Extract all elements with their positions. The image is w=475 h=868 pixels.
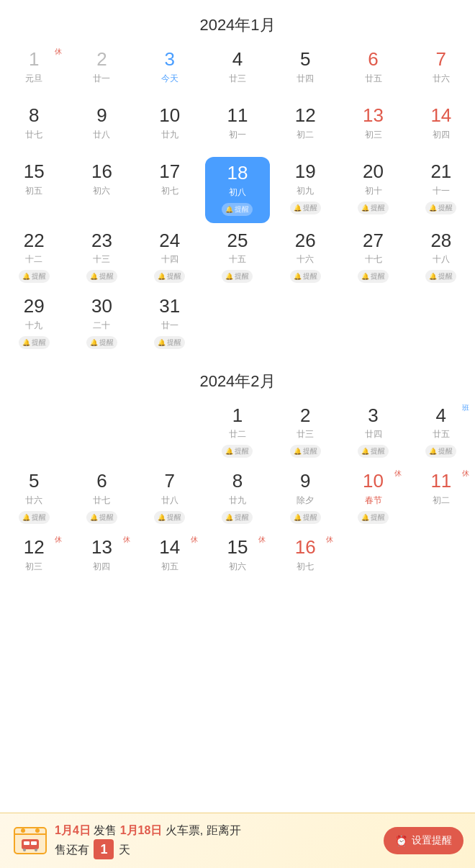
day-cell[interactable]: 31廿一🔔提醒 — [136, 290, 204, 356]
day-cell[interactable]: 25十五🔔提醒 — [204, 225, 271, 291]
jan-grid: 休1元旦2廿一3今天4廿三5廿四6廿五7廿六8廿七9廿八10廿九11初一12初二… — [0, 43, 475, 356]
day-cell[interactable]: 28十八🔔提醒 — [407, 225, 475, 291]
day-cell[interactable]: 21十一🔔提醒 — [407, 155, 475, 225]
reminder-button[interactable]: 🔔提醒 — [154, 270, 185, 283]
reminder-button[interactable]: 🔔提醒 — [222, 270, 253, 283]
day-number: 12 — [24, 537, 45, 558]
day-number: 14 — [159, 537, 180, 558]
day-cell[interactable]: 8廿七 — [0, 99, 68, 155]
day-cell[interactable]: 休10春节🔔提醒 — [339, 465, 407, 531]
day-cell[interactable]: 20初十🔔提醒 — [339, 155, 407, 225]
day-cell[interactable]: 休16初七 — [271, 531, 339, 587]
day-cell[interactable]: 1廿二🔔提醒 — [204, 399, 271, 466]
reminder-button[interactable]: 🔔提醒 — [222, 511, 253, 524]
day-cell[interactable]: 9廿八 — [68, 99, 135, 155]
day-number: 9 — [96, 105, 107, 126]
lunar-text: 廿五 — [433, 428, 450, 440]
day-cell[interactable]: 18初八🔔提醒 — [205, 157, 270, 223]
day-cell[interactable]: 15初五 — [0, 155, 68, 225]
bell-icon: 🔔 — [361, 514, 369, 521]
day-number: 6 — [96, 471, 107, 492]
day-cell[interactable]: 17初七 — [136, 155, 204, 225]
reminder-button[interactable]: 🔔提醒 — [290, 445, 321, 458]
empty-cell — [0, 399, 68, 466]
reminder-button[interactable]: 🔔提醒 — [154, 511, 185, 524]
day-cell[interactable]: 11初一 — [204, 99, 271, 155]
day-cell[interactable]: 26十六🔔提醒 — [271, 225, 339, 291]
day-number: 2 — [96, 49, 107, 70]
bell-icon: 🔔 — [225, 206, 233, 213]
day-cell[interactable]: 休14初五 — [136, 531, 204, 587]
reminder-button[interactable]: 🔔提醒 — [358, 445, 389, 458]
day-cell[interactable]: 23十三🔔提醒 — [68, 225, 135, 291]
day-cell[interactable]: 班4廿五🔔提醒 — [407, 399, 475, 466]
reminder-button[interactable]: 🔔提醒 — [358, 511, 389, 524]
day-cell[interactable]: 7廿八🔔提醒 — [136, 465, 204, 531]
day-cell[interactable]: 5廿六🔔提醒 — [0, 465, 68, 531]
lunar-text: 元旦 — [25, 73, 42, 85]
bottom-banner: 1月4日 发售 1月18日 火车票, 距离开 售还有 1 天 ⏰ 设置提醒 — [0, 813, 475, 868]
day-cell[interactable]: 30二十🔔提醒 — [68, 290, 135, 356]
reminder-label: 提醒 — [32, 512, 46, 523]
bell-icon: 🔔 — [294, 448, 302, 455]
reminder-button[interactable]: 🔔提醒 — [358, 202, 389, 214]
day-cell[interactable]: 3廿四🔔提醒 — [339, 399, 407, 466]
reminder-label: 提醒 — [371, 203, 385, 213]
day-cell[interactable]: 8廿九🔔提醒 — [204, 465, 271, 531]
day-number: 14 — [430, 105, 451, 126]
day-cell[interactable]: 16初六 — [68, 155, 135, 225]
reminder-button[interactable]: 🔔提醒 — [425, 270, 456, 283]
reminder-button[interactable]: 🔔提醒 — [19, 336, 50, 349]
day-cell[interactable]: 14初四 — [407, 99, 475, 155]
ticket-date: 1月18日 — [120, 824, 163, 836]
day-number: 1 — [232, 405, 243, 426]
day-cell[interactable]: 休1元旦 — [0, 43, 68, 99]
reminder-button[interactable]: 🔔提醒 — [19, 270, 50, 283]
text1: 发售 — [94, 824, 117, 836]
day-cell[interactable]: 休15初六 — [204, 531, 271, 587]
day-cell[interactable]: 12初二 — [271, 99, 339, 155]
day-cell[interactable]: 休13初四 — [68, 531, 135, 587]
reminder-button[interactable]: 🔔提醒 — [154, 336, 185, 349]
day-cell[interactable]: 10廿九 — [136, 99, 204, 155]
day-cell[interactable]: 4廿三 — [204, 43, 271, 99]
day-number: 7 — [436, 49, 446, 70]
reminder-button[interactable]: 🔔提醒 — [86, 511, 117, 524]
sale-date: 1月4日 — [55, 824, 91, 836]
reminder-button[interactable]: 🔔提醒 — [425, 445, 456, 458]
day-cell[interactable]: 24十四🔔提醒 — [136, 225, 204, 291]
day-cell[interactable]: 休11初二 — [407, 465, 475, 531]
reminder-button[interactable]: 🔔提醒 — [290, 270, 321, 283]
day-cell[interactable]: 2廿一 — [68, 43, 135, 99]
reminder-button[interactable]: 🔔提醒 — [290, 511, 321, 524]
reminder-button[interactable]: 🔔提醒 — [19, 511, 50, 524]
day-cell[interactable]: 6廿五 — [339, 43, 407, 99]
day-cell[interactable]: 19初九🔔提醒 — [271, 155, 339, 225]
day-cell[interactable]: 7廿六 — [407, 43, 475, 99]
day-cell[interactable]: 3今天 — [136, 43, 204, 99]
reminder-button[interactable]: 🔔提醒 — [86, 336, 117, 349]
reminder-button[interactable]: 🔔提醒 — [290, 202, 321, 214]
day-cell[interactable]: 29十九🔔提醒 — [0, 290, 68, 356]
reminder-button[interactable]: 🔔提醒 — [222, 203, 253, 216]
lunar-text: 今天 — [161, 73, 178, 85]
day-cell[interactable]: 9除夕🔔提醒 — [271, 465, 339, 531]
calendar-container: 2024年1月 休1元旦2廿一3今天4廿三5廿四6廿五7廿六8廿七9廿八10廿九… — [0, 0, 475, 674]
reminder-button[interactable]: 🔔提醒 — [358, 270, 389, 283]
day-cell[interactable]: 22十二🔔提醒 — [0, 225, 68, 291]
set-reminder-button[interactable]: ⏰ 设置提醒 — [384, 827, 463, 854]
day-cell[interactable]: 6廿七🔔提醒 — [68, 465, 135, 531]
empty-cell — [68, 399, 135, 466]
day-number: 28 — [430, 230, 451, 251]
day-number: 23 — [91, 230, 112, 251]
day-cell[interactable]: 休12初三 — [0, 531, 68, 587]
reminder-button[interactable]: 🔔提醒 — [86, 270, 117, 283]
day-cell[interactable]: 2廿三🔔提醒 — [271, 399, 339, 466]
reminder-label: 提醒 — [32, 271, 46, 281]
reminder-button[interactable]: 🔔提醒 — [222, 445, 253, 458]
day-cell[interactable]: 27十七🔔提醒 — [339, 225, 407, 291]
day-cell[interactable]: 13初三 — [339, 99, 407, 155]
empty-cell — [136, 399, 204, 466]
day-cell[interactable]: 5廿四 — [271, 43, 339, 99]
reminder-button[interactable]: 🔔提醒 — [425, 202, 456, 214]
